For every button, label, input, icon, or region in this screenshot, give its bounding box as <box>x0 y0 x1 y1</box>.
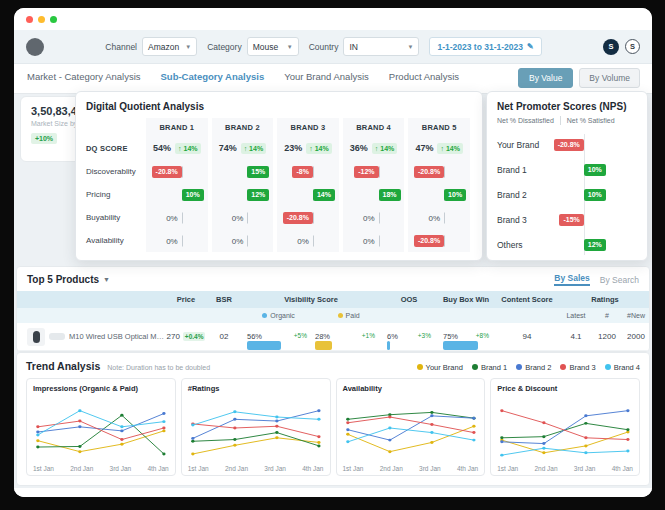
channel-select[interactable]: Amazon▼ <box>142 37 197 56</box>
axis-tick <box>182 212 183 223</box>
table-row[interactable]: M10 Wired USB Optical Mouse w... 270 +0.… <box>17 323 649 351</box>
trend-analysis-card: Trend Analysis Note: Duration has to be … <box>16 352 650 486</box>
legend-label: Your Brand <box>426 363 463 372</box>
col-price: Price <box>165 295 207 304</box>
dq-metric-cell: 0% <box>212 229 274 252</box>
country-filter: Country IN▼ <box>309 37 420 56</box>
country-select[interactable]: IN▼ <box>343 37 419 56</box>
dq-metric-cell: 14% <box>277 183 339 206</box>
x-tick-label: 4th Jan <box>457 465 478 472</box>
dq-score-value: 74% <box>219 143 237 153</box>
x-tick-label: 3rd Jan <box>264 465 286 472</box>
legend-dot-icon <box>560 364 566 370</box>
nps-dissatisfied-label: Net % Dissatisfied <box>497 117 554 124</box>
dq-metric-cell: 0% <box>146 229 208 252</box>
legend-dot-icon <box>516 364 522 370</box>
nps-panel: Net Promoter Scores (NPS) Net % Dissatis… <box>486 91 648 261</box>
chevron-down-icon: ▼ <box>103 276 110 283</box>
nps-row-label: Others <box>497 240 523 250</box>
dq-score-cell: 23%↑ 14% <box>277 136 339 160</box>
tab-market-category-analysis[interactable]: Market - Category Analysis <box>26 63 142 93</box>
date-range-picker[interactable]: 1-1-2023 to 31-1-2023✎ <box>429 37 541 56</box>
top-products-dropdown[interactable]: Top 5 Products▼ <box>27 274 110 285</box>
visibility-cell: 56%+5% 28%+1% <box>241 332 381 341</box>
dashboard-content: 3,50,83,45 Market Size by Va +10% Digita… <box>14 94 652 497</box>
channel-label: Channel <box>105 42 137 52</box>
axis-tick <box>247 235 248 246</box>
tab-product-analysis[interactable]: Product Analysis <box>388 63 460 93</box>
dq-zero-value: 0% <box>429 213 441 222</box>
products-table-header: Price BSR Visibility Score OOS Buy Box W… <box>17 291 649 308</box>
category-label: Category <box>207 42 242 52</box>
dq-metric-cell: -20.8% <box>146 160 208 183</box>
ratings-new-label: #New <box>621 312 650 319</box>
dq-metric-cell: 0% <box>408 206 470 229</box>
dq-metric-cell: 15% <box>212 160 274 183</box>
x-tick-label: 1st Jan <box>188 465 209 472</box>
by-search-option[interactable]: By Search <box>600 275 639 285</box>
dq-score-cell: 36%↑ 14% <box>343 136 405 160</box>
filter-bar: Channel Amazon▼ Category Mouse▼ Country … <box>44 37 603 56</box>
dq-value-badge: 12% <box>247 189 269 201</box>
by-value-button[interactable]: By Value <box>518 68 573 88</box>
trend-header: Trend Analysis Note: Duration has to be … <box>26 360 640 372</box>
products-sort-toggle: By Sales By Search <box>554 273 639 286</box>
legend-label: Brand 2 <box>525 363 551 372</box>
nps-row: Brand 3-15% <box>497 207 637 232</box>
legend-item: Your Brand <box>417 363 463 372</box>
dq-score-change-badge: ↑ 14% <box>306 143 331 154</box>
dq-brand-header: BRAND 5 <box>408 118 470 136</box>
avatar[interactable]: S <box>625 39 640 54</box>
maximize-window-icon[interactable] <box>50 16 57 23</box>
col-buybox: Buy Box Win <box>437 295 495 304</box>
dq-metric-cell: 10% <box>408 183 470 206</box>
chart-title: Price & Discount <box>497 384 633 393</box>
dq-metric-cell: 18% <box>343 183 405 206</box>
dq-brand-header: BRAND 1 <box>146 118 208 136</box>
legend-dot-icon <box>472 364 478 370</box>
market-size-change-badge: +10% <box>31 133 57 144</box>
dq-brand-header: BRAND 4 <box>343 118 405 136</box>
axis-tick <box>313 235 314 246</box>
by-sales-option[interactable]: By Sales <box>554 273 589 286</box>
legend-item: Brand 2 <box>516 363 551 372</box>
dq-value-badge: -20.8% <box>152 166 182 178</box>
price-change-badge: +0.4% <box>183 332 206 341</box>
by-volume-button[interactable]: By Volume <box>579 68 640 88</box>
tab-sub-category-analysis[interactable]: Sub-Category Analysis <box>160 63 266 93</box>
legend-label: Brand 1 <box>481 363 507 372</box>
trend-chart: Availability1st Jan2nd Jan3rd Jan4th Jan <box>336 378 486 476</box>
paid-bar <box>315 341 332 350</box>
category-select[interactable]: Mouse▼ <box>247 37 299 56</box>
chart-x-axis: 1st Jan2nd Jan3rd Jan4th Jan <box>188 465 324 472</box>
dq-metric-cell: -20.8% <box>277 206 339 229</box>
dq-metric-label: Discoverablity <box>86 160 144 183</box>
x-tick-label: 1st Jan <box>497 465 518 472</box>
dq-value-badge: 10% <box>444 189 466 201</box>
x-tick-label: 1st Jan <box>343 465 364 472</box>
nps-row: Brand 210% <box>497 182 637 207</box>
close-window-icon[interactable] <box>26 16 33 23</box>
tab-your-brand-analysis[interactable]: Your Brand Analysis <box>283 63 370 93</box>
chart-title: Availability <box>343 384 479 393</box>
content-score-cell: 94 <box>495 332 559 341</box>
dq-metric-cell: 0% <box>212 206 274 229</box>
axis-tick <box>379 212 380 223</box>
avatar[interactable]: S <box>603 39 619 55</box>
product-image <box>27 328 45 346</box>
minimize-window-icon[interactable] <box>38 16 45 23</box>
x-tick-label: 4th Jan <box>612 465 633 472</box>
col-ratings: Ratings <box>559 295 650 304</box>
dq-metric-label: Buyability <box>86 206 144 229</box>
buybox-cell: 75%+8% <box>437 332 495 341</box>
edit-icon: ✎ <box>527 42 534 51</box>
legend-item: Brand 4 <box>605 363 640 372</box>
dq-header-row: BRAND 1BRAND 2BRAND 3BRAND 4BRAND 5 <box>86 118 472 136</box>
organic-dot-icon <box>262 313 267 318</box>
trend-note: Note: Duration has to be doubled <box>107 364 210 371</box>
window-footer <box>14 488 652 497</box>
screenshot-stage: Channel Amazon▼ Category Mouse▼ Country … <box>0 0 665 510</box>
paid-label: Paid <box>346 312 360 319</box>
dq-metric-cell: 10% <box>146 183 208 206</box>
dq-brand-header: BRAND 2 <box>212 118 274 136</box>
